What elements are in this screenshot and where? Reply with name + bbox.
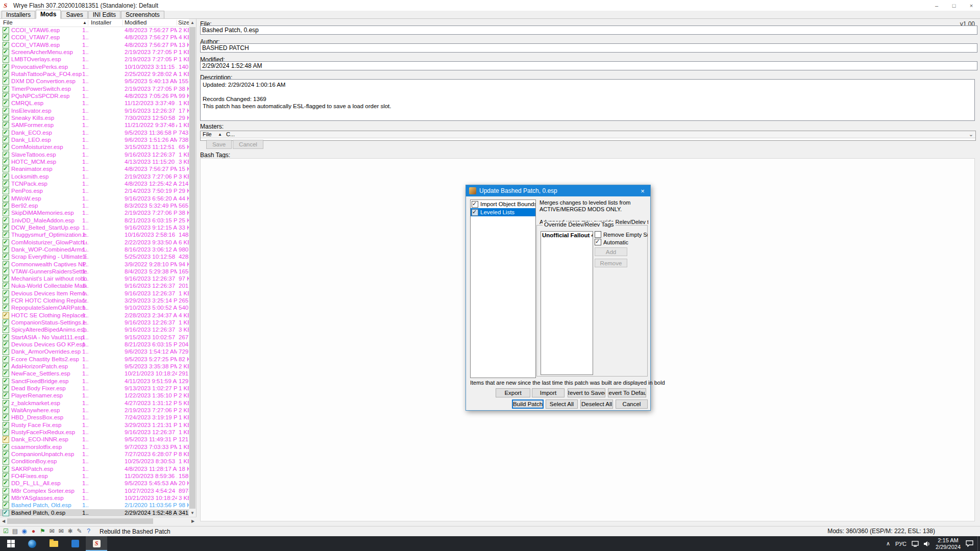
mod-row[interactable]: AdaHorizonPatch.esp1..9/5/2023 3:35:38 P…	[0, 363, 189, 370]
mod-row[interactable]: CCOI_VTAW8.esp1..4/8/2023 7:56:27 PM13 K	[0, 41, 189, 48]
cancel-button[interactable]: Cancel	[233, 140, 263, 149]
mod-row[interactable]: Locksmith.esp1..2/19/2023 7:27:06 PM3 KB	[0, 173, 189, 180]
override-option-remove-empty-sublists[interactable]: Remove Empty Sublists	[595, 231, 648, 238]
mod-row[interactable]: Dank_LEO.esp1..9/6/2023 1:51:26 AM738	[0, 136, 189, 143]
mod-row[interactable]: CCOI_VTAW7.esp1..4/8/2023 7:56:27 PM4 KB	[0, 34, 189, 41]
settings-gear-icon[interactable]: ✱	[66, 528, 74, 535]
mod-row[interactable]: RutahTattooPack_FO4.esp1..2/25/2022 9:28…	[0, 70, 189, 78]
mod-active-checkbox[interactable]	[3, 78, 9, 85]
mod-active-checkbox[interactable]	[3, 495, 9, 502]
mod-row[interactable]: 1nivDD_MaleAddon.esp1..8/21/2023 6:03:15…	[0, 217, 189, 224]
mod-active-checkbox[interactable]	[3, 71, 9, 78]
mod-active-checkbox[interactable]	[3, 356, 9, 363]
column-header-installer[interactable]: Installer	[91, 19, 111, 26]
mod-active-checkbox[interactable]	[3, 451, 9, 458]
mod-row[interactable]: InsElevator.esp1..9/16/2023 12:26:37 ...…	[0, 107, 189, 114]
mod-row[interactable]: CCOI_VTAW6.esp1..4/8/2023 7:56:27 PM2 KB	[0, 27, 189, 34]
hidden-icons-chevron[interactable]: ∧	[886, 540, 890, 547]
mod-active-checkbox[interactable]	[3, 108, 9, 114]
description-textarea[interactable]: Updated: 2/29/2024 1:00:16 AM Records Ch…	[200, 79, 975, 121]
column-header-file[interactable]: File	[3, 19, 13, 26]
mod-active-checkbox[interactable]	[3, 203, 9, 209]
mod-active-checkbox[interactable]	[3, 502, 9, 509]
mod-row[interactable]: Bashed Patch, 0.esp1..2/29/2024 1:52:48 …	[0, 509, 189, 516]
add-button[interactable]: Add	[595, 247, 627, 256]
mod-row[interactable]: DCW_Belted_StartUp.esp1..9/16/2023 9:12:…	[0, 224, 189, 231]
flag-icon[interactable]: ⚑	[39, 528, 46, 535]
chevron-down-icon[interactable]: ⌄	[969, 131, 973, 138]
mod-active-checkbox[interactable]	[3, 224, 9, 231]
mod-active-checkbox[interactable]	[3, 466, 9, 472]
mod-active-checkbox[interactable]	[3, 385, 9, 392]
minimize-button[interactable]: –	[928, 0, 945, 11]
mod-row[interactable]: SkipDiMAMemories.esp1..2/19/2023 7:27:06…	[0, 209, 189, 216]
mod-row[interactable]: Devious Devices GO KP.esp1..8/21/2023 6:…	[0, 341, 189, 348]
mod-active-checkbox[interactable]	[3, 100, 9, 107]
mod-active-checkbox[interactable]	[3, 378, 9, 385]
mod-row[interactable]: Ber92.esp1..8/3/2023 5:32:49 PM565	[0, 202, 189, 209]
mod-active-checkbox[interactable]	[3, 473, 9, 480]
mod-active-checkbox[interactable]	[3, 42, 9, 48]
tab-saves[interactable]: Saves	[61, 11, 87, 18]
mod-active-checkbox[interactable]	[3, 305, 9, 311]
mail-icon-2[interactable]: ✉	[57, 528, 65, 535]
revert-to-default-button[interactable]: Revert To Default	[608, 388, 646, 397]
mod-row[interactable]: M8r Complex Sorter.esp1..10/27/2023 4:54…	[0, 487, 189, 494]
tab-ini-edits[interactable]: INI Edits	[88, 11, 120, 18]
override-mods-list[interactable]: Unofficial Fallout 4 Patch	[541, 231, 593, 375]
override-option-automatic[interactable]: Automatic	[595, 239, 648, 245]
mod-active-checkbox[interactable]	[3, 49, 9, 56]
mod-active-checkbox[interactable]	[3, 341, 9, 348]
scroll-down-icon[interactable]: ▼	[189, 509, 196, 517]
mod-row[interactable]: z_balckmarket.esp1..4/27/2023 1:31:12 PM…	[0, 399, 189, 407]
mod-row[interactable]: StartASIA - No Vault111.esp1..9/15/2023 …	[0, 334, 189, 341]
mod-active-checkbox[interactable]	[3, 27, 9, 34]
horizontal-scrollbar[interactable]: ◀ ▶	[0, 517, 197, 525]
mod-row[interactable]: TCNPack.esp1..4/8/2023 12:25:42 AM214	[0, 180, 189, 187]
scroll-left-icon[interactable]: ◀	[0, 517, 7, 525]
taskbar-clock[interactable]: 2:15 AM 2/29/2024	[936, 537, 961, 550]
mod-row[interactable]: NewFace_Settlers.esp1..10/21/2023 10:18:…	[0, 370, 189, 377]
cancel-button[interactable]: Cancel	[616, 399, 648, 409]
mod-row[interactable]: SanctFixedBridge.esp1..4/11/2023 9:51:59…	[0, 378, 189, 385]
mod-active-checkbox[interactable]	[3, 166, 9, 172]
mod-active-checkbox[interactable]	[3, 480, 9, 487]
column-header-modified[interactable]: Modified	[125, 19, 146, 26]
keyboard-layout[interactable]: РУС	[895, 541, 906, 547]
mod-row[interactable]: PenPos.esp1..2/14/2023 7:50:19 PM29 K	[0, 187, 189, 194]
mod-active-checkbox[interactable]	[3, 173, 9, 180]
mod-active-checkbox[interactable]	[3, 130, 9, 136]
mod-row[interactable]: ProvocativePerks.esp1..10/10/2023 3:11:1…	[0, 63, 189, 70]
mod-active-checkbox[interactable]	[3, 181, 9, 187]
mod-row[interactable]: Dank_ECO.esp1..9/5/2023 11:36:58 PM743	[0, 129, 189, 136]
taskbar-browser-button[interactable]	[21, 536, 43, 551]
mod-row[interactable]: Mechanist's Lair without robob...1..9/16…	[0, 275, 189, 282]
mod-row[interactable]: DXM DD Convertion.esp1..9/5/2023 5:40:13…	[0, 78, 189, 85]
auto-quit-checkbox-icon[interactable]: ☑	[2, 528, 10, 535]
mod-row[interactable]: M8rYASglasses.esp1..10/21/2023 10:18:24.…	[0, 494, 189, 502]
mod-row[interactable]: Commonwealth Captives NP...1..3/9/2022 9…	[0, 261, 189, 268]
mod-active-checkbox[interactable]	[3, 414, 9, 421]
patcher-checkbox[interactable]	[472, 201, 478, 208]
mod-row[interactable]: HBD_DressBox.esp1..7/24/2023 3:19:19 PM1…	[0, 414, 189, 421]
mod-row[interactable]: csaarmorslotfix.esp1..9/7/2023 7:03:33 P…	[0, 443, 189, 450]
mod-row[interactable]: HOTC SE Clothing Replacer.e...1..2/28/20…	[0, 312, 189, 319]
scroll-right-icon[interactable]: ▶	[189, 517, 197, 525]
mod-active-checkbox[interactable]	[3, 348, 9, 355]
taskbar-app-button[interactable]	[64, 536, 86, 551]
mod-active-checkbox[interactable]	[3, 370, 9, 377]
mod-active-checkbox[interactable]	[3, 319, 9, 326]
mod-active-checkbox[interactable]	[3, 254, 9, 260]
mod-row[interactable]: VTAW-GunnersRaidersSettler...1..8/4/2023…	[0, 268, 189, 275]
mod-row[interactable]: SlaveTattoos.esp1..9/16/2023 12:26:37 ..…	[0, 151, 189, 158]
mod-active-checkbox[interactable]	[3, 429, 9, 436]
mod-active-checkbox[interactable]	[3, 436, 9, 443]
mod-active-checkbox[interactable]	[3, 217, 9, 224]
mod-row[interactable]: PQsNPCsSPCDR.esp1..4/8/2023 7:05:26 PM99…	[0, 92, 189, 99]
mod-row[interactable]: WaitAnywhere.esp1..2/19/2023 7:27:06 PM2…	[0, 407, 189, 414]
mod-row[interactable]: SAMFormer.esp1..11/21/2022 9:37:48 AM1 K…	[0, 121, 189, 129]
mod-active-checkbox[interactable]	[3, 363, 9, 370]
taskbar-file-explorer-button[interactable]	[43, 536, 64, 551]
mod-active-checkbox[interactable]	[3, 122, 9, 129]
option-checkbox[interactable]	[595, 239, 601, 245]
